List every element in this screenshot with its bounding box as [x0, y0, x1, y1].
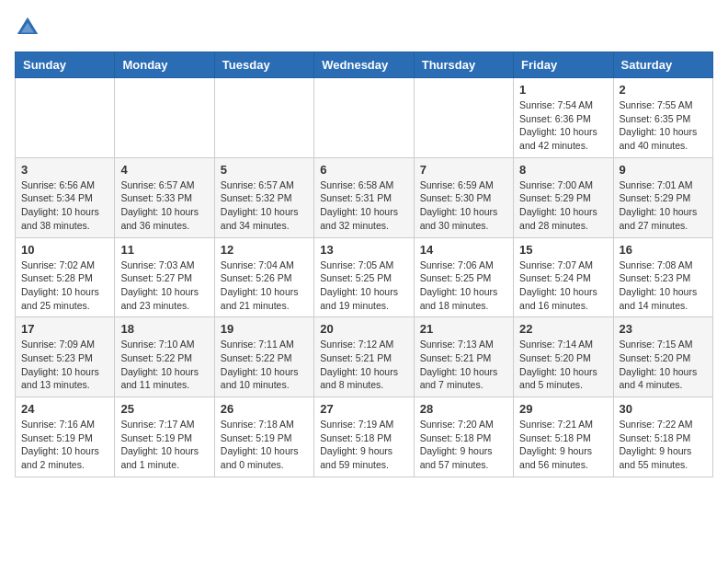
day-info: Sunrise: 7:04 AM Sunset: 5:26 PM Dayligh…: [221, 259, 308, 313]
weekday-header: Monday: [115, 52, 214, 78]
calendar-week-row: 24Sunrise: 7:16 AM Sunset: 5:19 PM Dayli…: [16, 397, 713, 477]
calendar-cell: 11Sunrise: 7:03 AM Sunset: 5:27 PM Dayli…: [115, 237, 214, 317]
calendar-cell: [115, 78, 214, 158]
day-info: Sunrise: 7:01 AM Sunset: 5:29 PM Dayligh…: [620, 178, 707, 233]
logo-icon: [15, 15, 40, 40]
weekday-header: Thursday: [414, 52, 513, 78]
day-number: 28: [420, 402, 507, 416]
calendar-cell: 15Sunrise: 7:07 AM Sunset: 5:24 PM Dayli…: [514, 237, 613, 317]
day-number: 11: [120, 243, 208, 257]
day-number: 23: [620, 322, 707, 336]
calendar-cell: 29Sunrise: 7:21 AM Sunset: 5:18 PM Dayli…: [514, 397, 613, 477]
calendar-cell: [414, 78, 513, 158]
calendar-cell: 5Sunrise: 6:57 AM Sunset: 5:32 PM Daylig…: [214, 157, 313, 237]
day-number: 26: [221, 402, 308, 416]
day-info: Sunrise: 7:11 AM Sunset: 5:22 PM Dayligh…: [221, 338, 308, 392]
calendar-cell: 18Sunrise: 7:10 AM Sunset: 5:22 PM Dayli…: [115, 317, 214, 397]
calendar-cell: 14Sunrise: 7:06 AM Sunset: 5:25 PM Dayli…: [414, 237, 513, 317]
day-number: 10: [21, 243, 108, 257]
day-info: Sunrise: 6:57 AM Sunset: 5:32 PM Dayligh…: [221, 178, 308, 233]
day-info: Sunrise: 7:16 AM Sunset: 5:19 PM Dayligh…: [21, 418, 108, 472]
weekday-header: Wednesday: [314, 52, 414, 78]
calendar-cell: 26Sunrise: 7:18 AM Sunset: 5:19 PM Dayli…: [214, 397, 313, 477]
calendar-cell: 4Sunrise: 6:57 AM Sunset: 5:33 PM Daylig…: [115, 157, 214, 237]
day-number: 7: [420, 163, 507, 177]
weekday-header: Friday: [514, 52, 613, 78]
day-number: 4: [120, 163, 208, 177]
day-number: 6: [320, 163, 407, 177]
day-info: Sunrise: 7:15 AM Sunset: 5:20 PM Dayligh…: [620, 338, 707, 392]
day-info: Sunrise: 7:12 AM Sunset: 5:21 PM Dayligh…: [320, 338, 407, 392]
day-number: 13: [320, 243, 407, 257]
calendar-cell: 23Sunrise: 7:15 AM Sunset: 5:20 PM Dayli…: [613, 317, 712, 397]
weekday-header: Tuesday: [214, 52, 313, 78]
calendar-cell: 12Sunrise: 7:04 AM Sunset: 5:26 PM Dayli…: [214, 237, 313, 317]
calendar-week-row: 10Sunrise: 7:02 AM Sunset: 5:28 PM Dayli…: [16, 237, 713, 317]
day-info: Sunrise: 7:55 AM Sunset: 6:35 PM Dayligh…: [620, 98, 707, 153]
day-number: 21: [420, 322, 507, 336]
day-number: 14: [420, 243, 507, 257]
day-info: Sunrise: 7:00 AM Sunset: 5:29 PM Dayligh…: [519, 178, 607, 233]
calendar-cell: 19Sunrise: 7:11 AM Sunset: 5:22 PM Dayli…: [214, 317, 313, 397]
calendar-cell: 22Sunrise: 7:14 AM Sunset: 5:20 PM Dayli…: [514, 317, 613, 397]
day-number: 27: [320, 402, 407, 416]
calendar-cell: 25Sunrise: 7:17 AM Sunset: 5:19 PM Dayli…: [115, 397, 214, 477]
day-info: Sunrise: 7:02 AM Sunset: 5:28 PM Dayligh…: [21, 259, 108, 313]
day-info: Sunrise: 7:03 AM Sunset: 5:27 PM Dayligh…: [120, 259, 208, 313]
day-number: 2: [620, 83, 707, 97]
calendar-cell: 20Sunrise: 7:12 AM Sunset: 5:21 PM Dayli…: [314, 317, 414, 397]
day-info: Sunrise: 7:22 AM Sunset: 5:18 PM Dayligh…: [620, 418, 707, 472]
calendar-cell: 2Sunrise: 7:55 AM Sunset: 6:35 PM Daylig…: [613, 78, 712, 158]
day-number: 5: [221, 163, 308, 177]
day-number: 9: [620, 163, 707, 177]
calendar-cell: [314, 78, 414, 158]
day-number: 20: [320, 322, 407, 336]
calendar-cell: 7Sunrise: 6:59 AM Sunset: 5:30 PM Daylig…: [414, 157, 513, 237]
day-number: 22: [519, 322, 607, 336]
day-number: 25: [120, 402, 208, 416]
day-info: Sunrise: 7:08 AM Sunset: 5:23 PM Dayligh…: [620, 259, 707, 313]
day-number: 24: [21, 402, 108, 416]
calendar-table: SundayMondayTuesdayWednesdayThursdayFrid…: [15, 52, 713, 477]
day-info: Sunrise: 7:06 AM Sunset: 5:25 PM Dayligh…: [420, 259, 507, 313]
calendar-cell: [214, 78, 313, 158]
day-number: 15: [519, 243, 607, 257]
day-number: 3: [21, 163, 108, 177]
day-info: Sunrise: 7:18 AM Sunset: 5:19 PM Dayligh…: [221, 418, 308, 472]
day-number: 19: [221, 322, 308, 336]
day-info: Sunrise: 7:05 AM Sunset: 5:25 PM Dayligh…: [320, 259, 407, 313]
calendar-cell: 24Sunrise: 7:16 AM Sunset: 5:19 PM Dayli…: [16, 397, 115, 477]
day-info: Sunrise: 7:20 AM Sunset: 5:18 PM Dayligh…: [420, 418, 507, 472]
calendar-cell: 8Sunrise: 7:00 AM Sunset: 5:29 PM Daylig…: [514, 157, 613, 237]
day-info: Sunrise: 7:21 AM Sunset: 5:18 PM Dayligh…: [519, 418, 607, 472]
day-number: 30: [620, 402, 707, 416]
day-number: 1: [519, 83, 607, 97]
weekday-header: Saturday: [613, 52, 712, 78]
calendar-cell: 27Sunrise: 7:19 AM Sunset: 5:18 PM Dayli…: [314, 397, 414, 477]
day-number: 16: [620, 243, 707, 257]
day-info: Sunrise: 7:13 AM Sunset: 5:21 PM Dayligh…: [420, 338, 507, 392]
calendar-cell: 9Sunrise: 7:01 AM Sunset: 5:29 PM Daylig…: [613, 157, 712, 237]
page-header: [15, 15, 713, 40]
calendar-cell: 16Sunrise: 7:08 AM Sunset: 5:23 PM Dayli…: [613, 237, 712, 317]
day-info: Sunrise: 7:09 AM Sunset: 5:23 PM Dayligh…: [21, 338, 108, 392]
calendar-cell: 13Sunrise: 7:05 AM Sunset: 5:25 PM Dayli…: [314, 237, 414, 317]
day-number: 18: [120, 322, 208, 336]
calendar-cell: 21Sunrise: 7:13 AM Sunset: 5:21 PM Dayli…: [414, 317, 513, 397]
calendar-cell: 6Sunrise: 6:58 AM Sunset: 5:31 PM Daylig…: [314, 157, 414, 237]
day-info: Sunrise: 6:58 AM Sunset: 5:31 PM Dayligh…: [320, 178, 407, 233]
calendar-week-row: 17Sunrise: 7:09 AM Sunset: 5:23 PM Dayli…: [16, 317, 713, 397]
calendar-cell: 1Sunrise: 7:54 AM Sunset: 6:36 PM Daylig…: [514, 78, 613, 158]
calendar-cell: [16, 78, 115, 158]
day-info: Sunrise: 7:07 AM Sunset: 5:24 PM Dayligh…: [519, 259, 607, 313]
day-info: Sunrise: 6:57 AM Sunset: 5:33 PM Dayligh…: [120, 178, 208, 233]
calendar-week-row: 3Sunrise: 6:56 AM Sunset: 5:34 PM Daylig…: [16, 157, 713, 237]
calendar-cell: 10Sunrise: 7:02 AM Sunset: 5:28 PM Dayli…: [16, 237, 115, 317]
day-info: Sunrise: 7:54 AM Sunset: 6:36 PM Dayligh…: [519, 98, 607, 153]
day-info: Sunrise: 7:19 AM Sunset: 5:18 PM Dayligh…: [320, 418, 407, 472]
day-info: Sunrise: 7:10 AM Sunset: 5:22 PM Dayligh…: [120, 338, 208, 392]
logo: [15, 15, 44, 40]
day-number: 12: [221, 243, 308, 257]
calendar-cell: 3Sunrise: 6:56 AM Sunset: 5:34 PM Daylig…: [16, 157, 115, 237]
calendar-cell: 17Sunrise: 7:09 AM Sunset: 5:23 PM Dayli…: [16, 317, 115, 397]
